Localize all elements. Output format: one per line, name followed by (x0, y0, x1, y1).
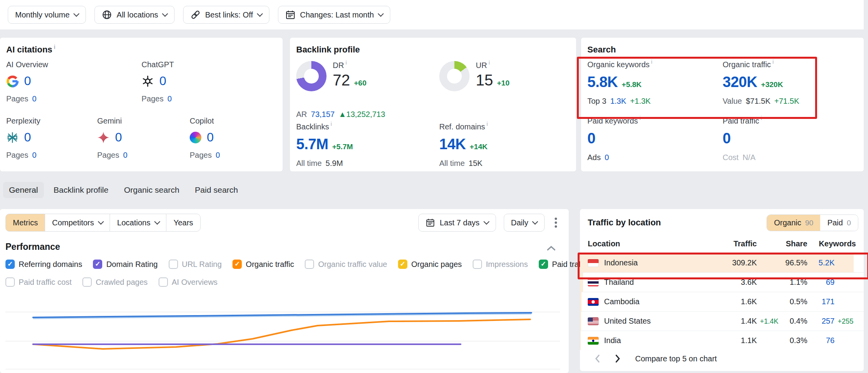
info-icon[interactable]: i (346, 59, 347, 66)
prev-page-chevron-left-icon[interactable] (591, 354, 604, 363)
metric-checkbox-label: Organic traffic value (318, 260, 387, 269)
provider-name: Copilot (190, 117, 287, 125)
ref-domains-delta: +14K (470, 143, 487, 151)
paid-keywords-block: Paid keywordsi 0 Ads 0 (587, 117, 685, 162)
metric-checkbox-impressions[interactable]: Impressions (473, 260, 528, 269)
metric-checkbox-referring-domains[interactable]: ✓Referring domains (5, 260, 82, 269)
changes-label: Changes: Last month (300, 10, 374, 19)
metric-checkbox-crawled-pages[interactable]: Crawled pages (82, 277, 147, 287)
traffic-row-indonesia[interactable]: Indonesia309.2K96.5%5.2K (580, 253, 864, 273)
compare-top5-link[interactable]: Compare top 5 on chart (635, 354, 717, 363)
share-background-bar (580, 292, 582, 311)
paid-traffic-label: Paid traffic (723, 117, 759, 125)
info-icon[interactable]: i (651, 59, 652, 65)
best-links-label: Best links: Off (205, 10, 253, 19)
country-name: Cambodia (604, 297, 639, 306)
provider-value[interactable]: 0 (115, 130, 122, 145)
traffic-value: 3.6K (708, 278, 757, 287)
toggle-paid[interactable]: Paid 0 (820, 215, 858, 231)
changes-dropdown[interactable]: Changes: Last month (278, 6, 390, 24)
organic-traffic-value[interactable]: 320K (723, 74, 757, 91)
keywords-link[interactable]: 69 (811, 278, 835, 287)
metric-checkbox-label: Impressions (486, 260, 528, 269)
checkbox-unchecked-icon (473, 260, 482, 269)
next-page-chevron-right-icon[interactable] (611, 354, 624, 363)
tab-paid-search[interactable]: Paid search (189, 182, 244, 198)
ar-value[interactable]: 73,157 (311, 110, 335, 119)
keywords-link[interactable]: 5.2K (811, 258, 835, 267)
segment-years[interactable]: Years (166, 214, 200, 232)
info-icon[interactable]: i (487, 121, 488, 127)
pages-value[interactable]: 0 (168, 94, 172, 103)
segment-locations[interactable]: Locations (110, 214, 167, 232)
backlinks-label: Backlinks (296, 122, 329, 131)
pages-value[interactable]: 0 (216, 151, 220, 160)
info-icon[interactable]: i (761, 115, 762, 121)
monthly-volume-label: Monthly volume (15, 10, 70, 19)
provider-ai-overview: AI Overview 0 Pages 0 (6, 60, 103, 103)
chevron-down-icon (532, 219, 538, 225)
chatgpt-icon (141, 75, 154, 87)
metric-checkbox-organic-pages[interactable]: ✓Organic pages (398, 260, 462, 269)
monthly-volume-dropdown[interactable]: Monthly volume (8, 6, 86, 24)
ads-label: Ads (587, 153, 601, 162)
metric-checkbox-domain-rating[interactable]: ✓Domain Rating (93, 260, 157, 269)
collapse-chevron-up-icon[interactable] (546, 245, 556, 252)
tab-general[interactable]: General (3, 182, 44, 198)
granularity-dropdown[interactable]: Daily (504, 214, 545, 232)
globe-icon (102, 10, 112, 20)
traffic-row-india[interactable]: India1.1K0.3%76 (580, 331, 864, 350)
ar-delta: ▲13,252,713 (339, 110, 385, 119)
alltime-value: 5.9M (326, 159, 343, 168)
best-links-dropdown[interactable]: Best links: Off (183, 6, 269, 24)
info-icon[interactable]: i (330, 121, 332, 127)
tab-backlink-profile[interactable]: Backlink profile (48, 182, 114, 198)
paid-traffic-value[interactable]: 0 (723, 130, 731, 147)
provider-name: Gemini (97, 117, 194, 125)
segment-competitors[interactable]: Competitors (45, 214, 110, 232)
paid-keywords-value[interactable]: 0 (587, 130, 596, 147)
keywords-link[interactable]: 171 (811, 297, 835, 306)
info-icon[interactable]: i (54, 44, 56, 50)
info-icon[interactable]: i (772, 59, 774, 65)
locations-dropdown[interactable]: All locations (94, 6, 175, 24)
performance-line-chart[interactable] (5, 302, 563, 373)
ads-value[interactable]: 0 (604, 153, 609, 162)
performance-card: Metrics Competitors Locations Years Last… (0, 209, 569, 373)
column-traffic: Traffic (708, 239, 757, 248)
backlinks-value[interactable]: 5.7M (296, 136, 328, 153)
toggle-organic[interactable]: Organic 90 (767, 215, 820, 231)
traffic-row-cambodia[interactable]: Cambodia1.6K0.5%171 (580, 292, 864, 312)
tab-organic-search[interactable]: Organic search (118, 182, 185, 198)
traffic-table-header: Location Traffic Share Keywords (580, 239, 864, 251)
provider-value[interactable]: 0 (159, 74, 166, 88)
metric-checkbox-paid-traffic-cost[interactable]: Paid traffic cost (5, 277, 72, 287)
metric-checkbox-ai-overviews[interactable]: AI Overviews (159, 277, 218, 287)
keywords-link[interactable]: 257 (811, 317, 835, 326)
info-icon[interactable]: i (489, 59, 490, 66)
date-range-dropdown[interactable]: Last 7 days (418, 214, 496, 232)
organic-keywords-value[interactable]: 5.8K (587, 74, 618, 91)
chevron-down-icon (378, 11, 384, 17)
traffic-row-united-states[interactable]: United States1.4K+1.4K0.4%257+255 (580, 312, 864, 331)
segment-metrics[interactable]: Metrics (5, 214, 45, 232)
pages-value[interactable]: 0 (32, 151, 37, 160)
provider-value[interactable]: 0 (207, 130, 214, 145)
organic-traffic-block: Organic traffici 320K +320K Value $71.5K… (723, 60, 820, 106)
ref-domains-value[interactable]: 14K (439, 136, 466, 153)
more-options-kebab-icon[interactable] (552, 215, 559, 230)
provider-name: Perplexity (6, 117, 103, 125)
provider-value[interactable]: 0 (24, 74, 31, 88)
provider-value[interactable]: 0 (24, 130, 31, 145)
info-icon[interactable]: i (639, 115, 641, 121)
metric-checkbox-organic-traffic[interactable]: ✓Organic traffic (232, 260, 294, 269)
chevron-down-icon (98, 219, 104, 225)
pages-value[interactable]: 0 (123, 151, 127, 160)
top3-value[interactable]: 1.3K (610, 97, 626, 106)
keywords-link[interactable]: 76 (811, 336, 835, 345)
metric-checkbox-organic-traffic-value[interactable]: Organic traffic value (305, 260, 387, 269)
traffic-row-thailand[interactable]: Thailand3.6K1.1%69 (580, 273, 864, 292)
pages-value[interactable]: 0 (32, 94, 37, 103)
organic-keywords-label: Organic keywords (587, 60, 650, 69)
metric-checkbox-url-rating[interactable]: URL Rating (169, 260, 222, 269)
